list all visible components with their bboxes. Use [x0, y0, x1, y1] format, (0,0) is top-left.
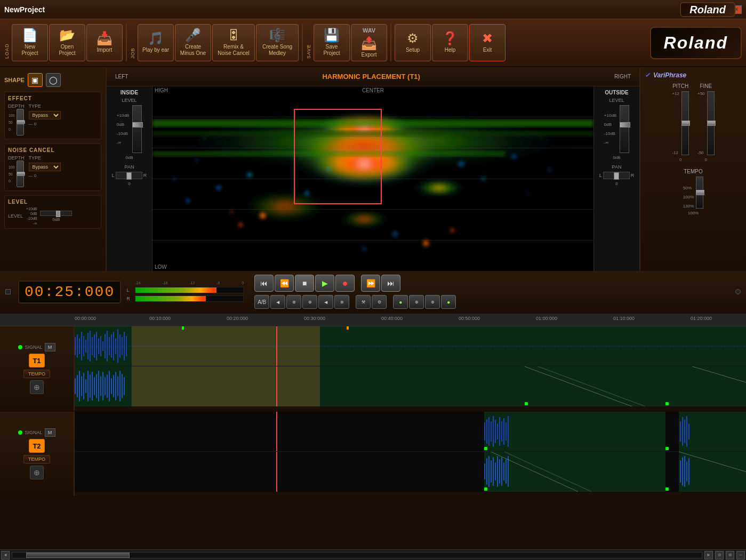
vu-scale-minus6: -6	[216, 281, 220, 285]
new-project-button[interactable]: 📄 NewProject	[12, 24, 48, 61]
help-button[interactable]: ❓ Help	[432, 24, 468, 61]
setup-button[interactable]: ⚙ Setup	[395, 24, 431, 61]
shape-square-button[interactable]: ▣	[28, 73, 43, 87]
tempo-slider[interactable]	[696, 177, 703, 209]
svg-rect-51	[115, 338, 116, 354]
inside-level-fader[interactable]	[132, 105, 142, 153]
t1-tempo-button[interactable]: TEMPO	[23, 370, 50, 378]
outside-pan-l: L	[599, 173, 602, 178]
t2-zoom-button[interactable]: ⊕	[30, 466, 44, 479]
remix-noise-cancel-button[interactable]: 🎛 Remix &Noise Cancel	[212, 24, 255, 61]
new-project-label: NewProject	[21, 44, 38, 57]
mix-button2[interactable]: ⊕	[409, 295, 424, 309]
play-by-ear-icon: 🎵	[148, 32, 164, 45]
export-button[interactable]: WAV 📤 Export	[351, 24, 387, 61]
fine-low: -50	[697, 150, 705, 155]
mix-button3[interactable]: ⊕	[425, 295, 440, 309]
t2-waveform1[interactable]	[75, 412, 746, 452]
vu-r-bar	[135, 295, 244, 302]
mix-button1[interactable]: ●	[393, 295, 408, 309]
vu-scale-minus18: -18	[162, 281, 167, 285]
ruler-mark-60: 01:00:000	[536, 316, 557, 321]
svg-rect-52	[117, 329, 118, 363]
import-button[interactable]: 📥 Import	[86, 24, 123, 61]
transport-row2: A/B ◄ ⊕ ⊕ ◄ ⊗ ⚒ ⚙ ● ⊕ ⊕ ●	[254, 295, 456, 309]
t1-m-button[interactable]: M	[45, 343, 55, 351]
tool-button1[interactable]: ⚒	[356, 295, 371, 309]
play-by-ear-button[interactable]: 🎵 Play by ear	[138, 24, 174, 61]
nc-type-select[interactable]: Bypass	[29, 163, 61, 171]
record-button[interactable]: ●	[335, 275, 355, 292]
play-button[interactable]: ▶	[315, 275, 334, 292]
open-project-button[interactable]: 📂 OpenProject	[49, 24, 85, 61]
inside-db-value: 0dB	[125, 155, 133, 160]
level-slider[interactable]	[40, 211, 72, 216]
t2-waveform2[interactable]	[75, 452, 746, 492]
level-title: LEVEL	[8, 199, 98, 205]
fast-forward-button[interactable]: ⏩	[361, 275, 380, 292]
harmonic-header: LEFT HARMONIC PLACEMENT (T1) RIGHT	[107, 67, 639, 86]
stop-button[interactable]: ■	[295, 275, 314, 292]
create-minus-one-label: CreateMinus One	[180, 44, 206, 57]
marker-button4[interactable]: ◄	[318, 295, 333, 309]
mix-button4[interactable]: ●	[441, 295, 456, 309]
t1-waveform2[interactable]	[75, 366, 746, 406]
vu-meter-area: -24 -18 -12 -6 0 L R	[126, 281, 244, 303]
t2-m-button[interactable]: M	[45, 428, 55, 437]
save-project-button[interactable]: 💾 SaveProject	[314, 24, 350, 61]
create-song-medley-button[interactable]: 🎼 Create SongMedley	[256, 24, 299, 61]
svg-rect-117	[686, 461, 687, 482]
zoom-out-button[interactable]: ⊖	[715, 551, 724, 559]
outside-level-fader[interactable]	[620, 105, 629, 153]
rewind-button[interactable]: ⏪	[275, 275, 294, 292]
rewind-start-button[interactable]: ⏮	[254, 275, 274, 292]
t2-marker1	[484, 447, 487, 450]
t1-marker2	[347, 326, 349, 330]
create-minus-one-button[interactable]: 🎤 CreateMinus One	[175, 24, 211, 61]
zoom-in-button[interactable]: ⊕	[726, 551, 734, 559]
exit-button[interactable]: ✖ Exit	[469, 24, 506, 61]
effect-depth-slider[interactable]	[17, 109, 24, 135]
svg-rect-87	[488, 417, 490, 446]
outside-pan-slider[interactable]	[603, 172, 630, 179]
svg-rect-72	[105, 377, 106, 395]
svg-point-13	[230, 210, 234, 213]
setup-label: Setup	[406, 47, 420, 53]
heatmap-display: HIGH LOW CENTER	[153, 86, 593, 271]
effect-type-select[interactable]: Bypass	[29, 111, 61, 119]
fine-slider[interactable]	[707, 91, 715, 155]
scroll-right-button[interactable]: ►	[704, 551, 713, 559]
ab-button[interactable]: A/B	[254, 295, 269, 309]
t1-waveform1[interactable]	[75, 326, 746, 366]
track-t1-content	[75, 326, 746, 411]
level-minus10: -10dB	[27, 217, 37, 220]
svg-rect-46	[105, 334, 106, 358]
marker-button5[interactable]: ⊗	[334, 295, 349, 309]
marker-button2[interactable]: ⊕	[286, 295, 301, 309]
scrollbar-track[interactable]	[12, 552, 702, 558]
inside-pan-slider[interactable]	[116, 172, 142, 179]
scroll-left-button[interactable]: ◄	[1, 551, 10, 559]
t2-tempo-button[interactable]: TEMPO	[23, 455, 50, 463]
open-project-icon: 📂	[59, 29, 75, 42]
scrollbar-thumb[interactable]	[26, 553, 130, 558]
pitch-slider[interactable]	[681, 91, 689, 155]
shape-circle-button[interactable]: ◯	[46, 73, 61, 87]
marker-button3[interactable]: ⊕	[302, 295, 317, 309]
marker-button1[interactable]: ◄	[270, 295, 285, 309]
svg-rect-64	[87, 371, 89, 402]
content-area: SHAPE ▣ ◯ EFFECT DEPTH 100 50 0	[0, 67, 746, 271]
svg-rect-65	[90, 374, 91, 398]
svg-rect-115	[682, 457, 683, 486]
nc-depth-slider[interactable]	[17, 161, 24, 187]
t1-zoom-button[interactable]: ⊕	[30, 380, 44, 394]
fit-button[interactable]: ↔	[736, 551, 745, 559]
harmonic-area: LEFT HARMONIC PLACEMENT (T1) RIGHT INSID…	[107, 67, 639, 271]
inside-pan-label: PAN	[125, 164, 134, 170]
svg-rect-104	[488, 456, 490, 487]
svg-rect-106	[493, 457, 494, 486]
svg-point-7	[216, 186, 221, 190]
song-medley-label: Create SongMedley	[262, 44, 292, 57]
tool-button2[interactable]: ⚙	[372, 295, 387, 309]
fast-forward-end-button[interactable]: ⏭	[381, 275, 400, 292]
